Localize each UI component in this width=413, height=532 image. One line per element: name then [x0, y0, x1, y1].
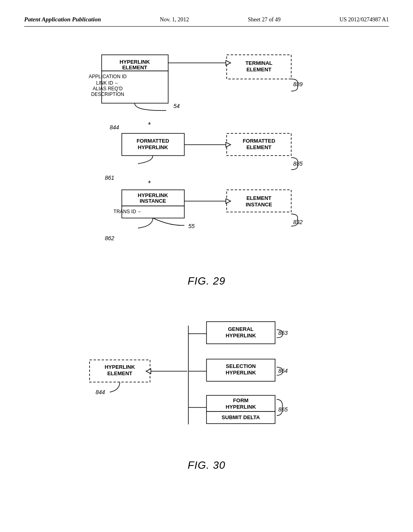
- fig30-diagram: HYPERLINK ELEMENT 844 GENERAL HYPERLINK …: [69, 308, 344, 453]
- field-desc: DESCRIPTION: [91, 91, 124, 97]
- ref-55: 55: [188, 223, 195, 229]
- sheet-info: Sheet 27 of 49: [248, 17, 281, 23]
- curve-861: [138, 156, 153, 164]
- hyperlink-instance-label2: INSTANCE: [140, 198, 166, 204]
- field-link-id: LINK ID ←: [96, 80, 119, 86]
- curve-54: [135, 103, 166, 110]
- page-header: Patent Application Publication Nov. 1, 2…: [24, 16, 389, 27]
- fig29-diagram: HYPERLINK ELEMENT APPLICATION ID LINK ID…: [69, 43, 344, 268]
- ref-864: 864: [278, 368, 288, 374]
- ref-839: 839: [293, 81, 303, 87]
- field-trans-id: TRANS ID ←: [113, 209, 142, 214]
- fig29-title: FIG. 29: [188, 275, 225, 287]
- formatted-hyperlink-label2: HYPERLINK: [138, 144, 168, 150]
- publication-title: Patent Application Publication: [24, 16, 101, 23]
- hyperlink-instance-label1: HYPERLINK: [138, 192, 168, 198]
- patent-number: US 2012/0274987 A1: [340, 17, 389, 23]
- formatted-hyperlink-label1: FORMATTED: [137, 138, 169, 144]
- curve-55: [153, 218, 184, 225]
- ref-865: 865: [278, 406, 288, 413]
- form-hyperlink-label2: HYPERLINK: [225, 404, 256, 410]
- ref-844-1: 844: [110, 124, 119, 131]
- fig30-section: HYPERLINK ELEMENT 844 GENERAL HYPERLINK …: [24, 308, 389, 484]
- ref-862: 862: [105, 235, 115, 241]
- selection-hyperlink-label2: HYPERLINK: [225, 370, 256, 376]
- ref-832: 832: [293, 219, 303, 225]
- terminal-element-label2: ELEMENT: [246, 66, 271, 73]
- selection-hyperlink-label1: SELECTION: [226, 363, 256, 369]
- form-hyperlink-label1: FORM: [233, 397, 248, 403]
- fig29-section: HYPERLINK ELEMENT APPLICATION ID LINK ID…: [24, 43, 389, 299]
- ref-835: 835: [293, 160, 303, 167]
- hyperlink-element-dashed-label2: ELEMENT: [107, 370, 132, 376]
- submit-delta-label: SUBMIT DELTA: [222, 414, 260, 420]
- asterisk-2: *: [148, 179, 151, 187]
- element-instance-label1: ELEMENT: [246, 195, 271, 201]
- asterisk-1: *: [148, 121, 151, 129]
- bracket-844-fig30: [110, 382, 120, 392]
- field-app-id: APPLICATION ID: [89, 74, 127, 79]
- page: Patent Application Publication Nov. 1, 2…: [0, 0, 413, 532]
- hyperlink-element-dashed-label1: HYPERLINK: [104, 364, 135, 370]
- formatted-element-label1: FORMATTED: [243, 138, 275, 144]
- formatted-element-label2: ELEMENT: [246, 144, 271, 150]
- ref-863: 863: [278, 330, 288, 336]
- ref-861: 861: [105, 175, 114, 181]
- fig30-title: FIG. 30: [188, 459, 225, 472]
- ref-54: 54: [173, 103, 180, 109]
- field-alias: ALIAS REQ'D: [93, 86, 123, 91]
- curve-862: [138, 218, 153, 228]
- hyperlink-element-label1: HYPERLINK: [119, 59, 150, 65]
- terminal-element-label1: TERMINAL: [245, 60, 272, 66]
- general-hyperlink-label1: GENERAL: [228, 326, 254, 332]
- element-instance-label2: INSTANCE: [246, 202, 272, 208]
- ref-844-fig30: 844: [96, 389, 105, 395]
- general-hyperlink-label2: HYPERLINK: [225, 332, 256, 339]
- publication-date: Nov. 1, 2012: [160, 17, 189, 23]
- hyperlink-element-label2: ELEMENT: [122, 64, 147, 71]
